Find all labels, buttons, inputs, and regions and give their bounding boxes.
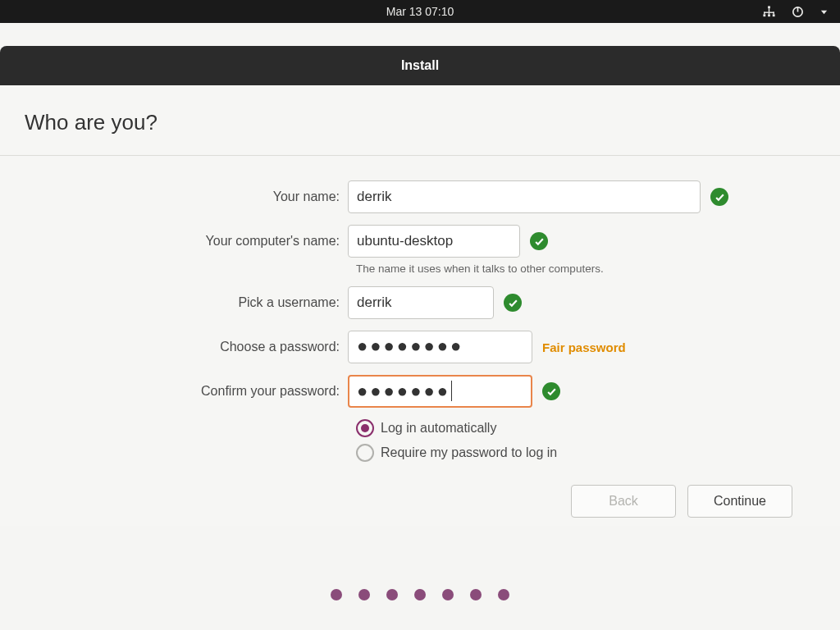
username-input[interactable]: [348, 286, 494, 319]
top-bar-indicators: [762, 5, 829, 19]
window-title: Install: [401, 58, 439, 73]
top-bar: Mar 13 07:10: [0, 0, 840, 23]
your-name-label: Your name:: [25, 189, 348, 204]
page-title: Who are you?: [25, 110, 815, 135]
window-title-bar: Install: [0, 46, 840, 85]
svg-rect-2: [768, 14, 770, 16]
progress-dot: [470, 589, 482, 600]
svg-rect-4: [769, 8, 769, 11]
back-button[interactable]: Back: [571, 485, 676, 518]
login-require-pw-radio[interactable]: Require my password to log in: [356, 444, 815, 462]
username-label: Pick a username:: [25, 295, 348, 310]
progress-dot: [386, 589, 398, 600]
password-label: Choose a password:: [25, 340, 348, 354]
power-icon[interactable]: [791, 5, 805, 19]
radio-unselected-icon: [356, 444, 374, 462]
computer-name-label: Your computer's name:: [25, 234, 348, 249]
your-name-input[interactable]: [348, 180, 701, 213]
confirm-password-input[interactable]: ●●●●●●●​: [348, 375, 532, 408]
network-icon[interactable]: [762, 5, 776, 19]
confirm-valid-icon: [542, 382, 560, 400]
progress-indicator: [0, 589, 840, 600]
computer-name-valid-icon: [530, 232, 548, 250]
confirm-password-label: Confirm your password:: [25, 384, 348, 399]
name-valid-icon: [710, 188, 728, 206]
svg-rect-1: [763, 14, 765, 16]
progress-dot: [331, 589, 342, 600]
progress-dot: [498, 589, 509, 600]
progress-dot: [358, 589, 370, 600]
svg-rect-8: [773, 11, 774, 14]
computer-name-helper: The name it uses when it talks to other …: [356, 262, 815, 275]
radio-selected-icon: [356, 419, 374, 437]
svg-rect-7: [769, 11, 769, 14]
dropdown-caret-icon[interactable]: [819, 7, 829, 16]
continue-button[interactable]: Continue: [687, 485, 792, 518]
clock: Mar 13 07:10: [386, 5, 454, 18]
password-strength: Fair password: [542, 340, 626, 354]
computer-name-input[interactable]: [348, 225, 520, 258]
svg-rect-0: [768, 6, 770, 8]
svg-rect-6: [764, 11, 765, 14]
password-input[interactable]: ●●●●●●●●: [348, 331, 532, 363]
progress-dot: [442, 589, 454, 600]
username-valid-icon: [504, 294, 522, 312]
page-header: Who are you?: [0, 85, 840, 156]
user-setup-form: Your name: Your computer's name: The nam…: [0, 156, 840, 526]
progress-dot: [414, 589, 426, 600]
svg-rect-3: [773, 14, 775, 16]
login-auto-radio[interactable]: Log in automatically: [356, 419, 815, 437]
